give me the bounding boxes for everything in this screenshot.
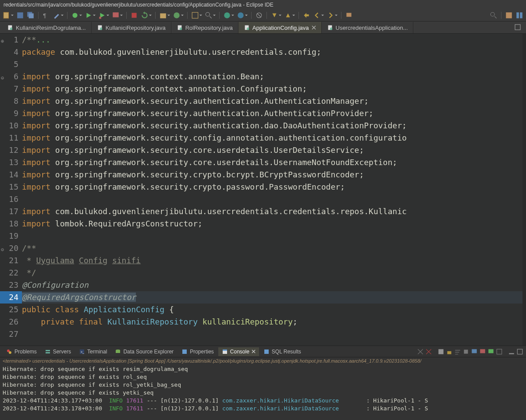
- browser-icon[interactable]: [223, 11, 231, 19]
- toggle-icon[interactable]: ¶: [42, 11, 50, 19]
- last-edit-icon[interactable]: [302, 11, 310, 19]
- tab-kullanici-resim[interactable]: JKullaniciResimDogrulama...: [2, 22, 92, 33]
- forward-icon[interactable]: [327, 11, 334, 19]
- svg-text:J: J: [100, 28, 101, 30]
- new-icon[interactable]: [3, 11, 11, 19]
- relaunch-icon[interactable]: [141, 11, 149, 19]
- skip-bp-icon[interactable]: [255, 11, 263, 19]
- stop-icon[interactable]: [130, 11, 138, 19]
- debug-icon[interactable]: [71, 11, 79, 19]
- svg-rect-55: [497, 349, 501, 354]
- svg-text:J: J: [11, 28, 11, 30]
- btab-console[interactable]: Console: [218, 347, 259, 356]
- new-pkg-icon[interactable]: [159, 11, 167, 19]
- svg-rect-8: [132, 13, 136, 18]
- svg-point-12: [206, 12, 210, 16]
- close-icon[interactable]: [312, 25, 316, 30]
- svg-point-10: [174, 12, 180, 18]
- maximize-icon[interactable]: [511, 22, 524, 33]
- code-editor[interactable]: 1/**... 4package com.bulukod.guvenliener…: [0, 34, 526, 346]
- bottom-tabs: Problems Servers >_Terminal Data Source …: [0, 346, 526, 357]
- svg-point-17: [490, 12, 494, 16]
- btab-servers[interactable]: Servers: [41, 347, 75, 356]
- quick-access-icon[interactable]: [490, 11, 498, 19]
- tab-label: KullaniciResimDogrulama...: [16, 25, 86, 31]
- btab-terminal[interactable]: >_Terminal: [75, 347, 110, 356]
- svg-text:J: J: [330, 28, 331, 30]
- svg-rect-11: [192, 12, 198, 18]
- svg-rect-57: [517, 349, 522, 354]
- new-class-icon[interactable]: [173, 11, 181, 19]
- svg-rect-9: [160, 14, 166, 18]
- pin-icon[interactable]: [345, 11, 353, 19]
- svg-rect-54: [488, 349, 493, 353]
- persp-java-icon[interactable]: [505, 11, 513, 19]
- ansi-icon[interactable]: [496, 348, 503, 355]
- btab-properties[interactable]: Properties: [178, 347, 217, 356]
- svg-rect-50: [447, 351, 451, 354]
- svg-text:>_: >_: [81, 350, 84, 354]
- prev-ann-icon[interactable]: [284, 11, 292, 19]
- new-console-icon[interactable]: [487, 348, 494, 355]
- overview-ruler[interactable]: [522, 34, 526, 346]
- svg-rect-48: [264, 349, 269, 354]
- svg-rect-49: [438, 349, 443, 354]
- svg-rect-52: [472, 349, 476, 353]
- tab-label: KullaniciRepository.java: [106, 25, 166, 31]
- svg-rect-7: [113, 12, 119, 17]
- minimize-icon[interactable]: [508, 348, 515, 355]
- svg-text:¶: ¶: [43, 12, 46, 19]
- svg-text:J: J: [247, 28, 248, 30]
- maximize-icon[interactable]: [516, 348, 523, 355]
- svg-rect-47: [223, 349, 227, 351]
- wand-icon[interactable]: [53, 11, 60, 19]
- open-console-icon[interactable]: [479, 348, 486, 355]
- svg-rect-36: [515, 25, 520, 30]
- tab-label: RolRepository.java: [185, 25, 233, 31]
- tab-rol-repo[interactable]: JRolRepository.java: [171, 22, 238, 33]
- tab-kullanici-repo[interactable]: JKullaniciRepository.java: [92, 22, 171, 33]
- remove-all-icon[interactable]: [425, 348, 432, 355]
- close-icon[interactable]: [252, 349, 256, 353]
- svg-point-38: [9, 351, 11, 354]
- main-toolbar: ¶: [0, 10, 526, 21]
- globe-icon[interactable]: [237, 11, 245, 19]
- clear-console-icon[interactable]: [437, 348, 444, 355]
- coverage-icon[interactable]: [98, 11, 106, 19]
- next-ann-icon[interactable]: [270, 11, 278, 19]
- display-console-icon[interactable]: [471, 348, 478, 355]
- console-output[interactable]: Hibernate: drop sequence if exists resim…: [0, 364, 526, 413]
- tab-label: ApplicationConfig.java: [252, 25, 309, 31]
- svg-rect-53: [480, 349, 485, 353]
- svg-point-13: [224, 12, 230, 18]
- tab-label: UsercredentialsApplication...: [336, 25, 408, 31]
- svg-point-5: [72, 13, 77, 18]
- svg-rect-44: [116, 350, 120, 353]
- svg-rect-19: [516, 12, 519, 18]
- window-title: redentials/src/main/java/com/bulukod/guv…: [0, 0, 526, 10]
- open-type-icon[interactable]: [191, 11, 199, 19]
- remove-launch-icon[interactable]: [417, 348, 424, 355]
- run-icon[interactable]: [85, 11, 92, 19]
- persp-open-icon[interactable]: [515, 11, 523, 19]
- svg-rect-51: [464, 349, 468, 353]
- save-all-icon[interactable]: [27, 11, 35, 19]
- save-icon[interactable]: [16, 11, 24, 19]
- svg-rect-39: [46, 350, 50, 351]
- btab-datasource[interactable]: Data Source Explorer: [111, 347, 177, 356]
- svg-text:J: J: [180, 28, 181, 30]
- svg-point-14: [238, 12, 244, 18]
- console-metadata: <terminated> usercredentials - Usercrede…: [0, 357, 526, 364]
- back-icon[interactable]: [313, 11, 321, 19]
- pin-console-icon[interactable]: [462, 348, 469, 355]
- scroll-lock-icon[interactable]: [446, 348, 453, 355]
- ext-tools-icon[interactable]: [112, 11, 120, 19]
- svg-rect-56: [509, 353, 514, 354]
- tab-application-config[interactable]: JApplicationConfig.java: [238, 22, 322, 33]
- btab-sql[interactable]: SQL Results: [260, 347, 305, 356]
- search-icon[interactable]: [205, 11, 213, 19]
- word-wrap-icon[interactable]: [454, 348, 461, 355]
- tab-usercred-app[interactable]: JUsercredentialsApplication...: [322, 22, 414, 33]
- svg-rect-3: [29, 14, 34, 18]
- btab-problems[interactable]: Problems: [3, 347, 40, 356]
